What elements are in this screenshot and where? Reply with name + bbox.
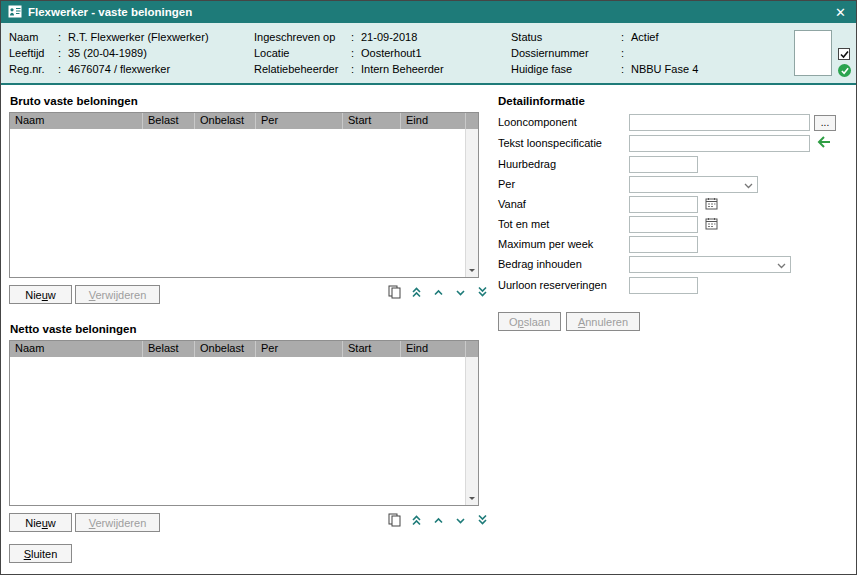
field-row-maximum-per-week: Maximum per week bbox=[498, 236, 850, 254]
move-bottom-button[interactable] bbox=[473, 285, 491, 301]
scroll-down-button[interactable] bbox=[466, 492, 478, 505]
double-chevron-up-icon bbox=[411, 514, 422, 529]
info-column-2: Ingeschreven op:21-09-2018 Locatie:Ooste… bbox=[254, 31, 444, 79]
bruto-table-scrollbar[interactable] bbox=[465, 129, 478, 277]
column-header-naam[interactable]: Naam bbox=[10, 341, 143, 357]
column-header-start[interactable]: Start bbox=[343, 341, 401, 357]
copy-button[interactable] bbox=[385, 513, 403, 529]
annuleren-button[interactable]: Annuleren bbox=[566, 312, 640, 331]
field-label: Uurloon reserveringen bbox=[498, 279, 607, 291]
uurloon-reserveringen-input[interactable] bbox=[629, 277, 698, 294]
netto-table-body[interactable] bbox=[10, 357, 465, 505]
vanaf-calendar-button[interactable] bbox=[703, 197, 720, 212]
bruto-verwijderen-button[interactable]: Verwijderen bbox=[75, 285, 160, 304]
move-up-button[interactable] bbox=[429, 285, 447, 301]
column-header-belast[interactable]: Belast bbox=[143, 341, 195, 357]
chevron-down-icon bbox=[455, 286, 466, 301]
bruto-nieuw-button[interactable]: Nieuw bbox=[9, 285, 72, 304]
field-row-tekst-loonspecificatie: Tekst loonspecificatie bbox=[498, 135, 850, 153]
column-header-per[interactable]: Per bbox=[256, 341, 343, 357]
looncomponent-lookup-button[interactable]: ... bbox=[814, 115, 836, 131]
info-label: Relatiebeheerder bbox=[254, 63, 351, 79]
field-label: Bedrag inhouden bbox=[498, 258, 582, 270]
tot-en-met-calendar-button[interactable] bbox=[703, 217, 720, 232]
bruto-table: Naam Belast Onbelast Per Start Eind bbox=[9, 112, 479, 278]
column-header-onbelast[interactable]: Onbelast bbox=[195, 341, 256, 357]
field-row-per: Per bbox=[498, 176, 850, 194]
netto-table-scrollbar[interactable] bbox=[465, 357, 478, 505]
netto-nieuw-button[interactable]: Nieuw bbox=[9, 513, 72, 532]
column-header-spacer bbox=[466, 113, 478, 129]
scroll-down-button[interactable] bbox=[466, 264, 478, 277]
field-row-vanaf: Vanaf bbox=[498, 196, 850, 214]
field-row-huurbedrag: Huurbedrag bbox=[498, 156, 850, 174]
move-bottom-button[interactable] bbox=[473, 513, 491, 529]
employee-info-panel: Naam:R.T. Flexwerker (Flexwerker) Leefti… bbox=[1, 23, 856, 85]
per-select[interactable] bbox=[629, 176, 758, 193]
info-label: Status bbox=[511, 31, 621, 47]
netto-section-title: Netto vaste beloningen bbox=[10, 323, 137, 335]
field-row-uurloon-reserveringen: Uurloon reserveringen bbox=[498, 277, 850, 295]
info-value: Intern Beheerder bbox=[361, 63, 444, 79]
tot-en-met-input[interactable] bbox=[629, 216, 698, 233]
field-row-looncomponent: Looncomponent ... bbox=[498, 114, 850, 132]
field-label: Per bbox=[498, 178, 515, 190]
double-chevron-down-icon bbox=[477, 514, 488, 529]
bedrag-inhouden-select[interactable] bbox=[629, 256, 791, 273]
sluiten-button[interactable]: Sluiten bbox=[9, 544, 72, 563]
bruto-table-header: Naam Belast Onbelast Per Start Eind bbox=[10, 113, 478, 129]
column-header-belast[interactable]: Belast bbox=[143, 113, 195, 129]
field-label: Tekst loonspecificatie bbox=[498, 137, 602, 149]
column-header-eind[interactable]: Eind bbox=[401, 341, 466, 357]
chevron-down-icon bbox=[744, 179, 753, 191]
chevron-down-icon bbox=[455, 514, 466, 529]
copy-button[interactable] bbox=[385, 285, 403, 301]
bruto-table-body[interactable] bbox=[10, 129, 465, 277]
tekst-loonspecificatie-input[interactable] bbox=[629, 135, 810, 152]
vanaf-input[interactable] bbox=[629, 196, 698, 213]
flexwerker-vaste-beloningen-dialog: Flexwerker - vaste beloningen ✕ Naam:R.T… bbox=[0, 0, 857, 575]
info-label: Dossiernummer bbox=[511, 47, 621, 63]
chevron-down-icon bbox=[777, 259, 786, 271]
header-checkbox[interactable] bbox=[838, 48, 850, 60]
info-label: Locatie bbox=[254, 47, 351, 63]
info-value: 4676074 / flexwerker bbox=[68, 63, 170, 79]
looncomponent-input[interactable] bbox=[629, 114, 810, 131]
move-top-button[interactable] bbox=[407, 513, 425, 529]
double-chevron-up-icon bbox=[411, 286, 422, 301]
move-top-button[interactable] bbox=[407, 285, 425, 301]
column-header-eind[interactable]: Eind bbox=[401, 113, 466, 129]
netto-table-header: Naam Belast Onbelast Per Start Eind bbox=[10, 341, 478, 357]
detail-panel: Detailinformatie Looncomponent ... Tekst… bbox=[498, 85, 850, 574]
netto-verwijderen-button[interactable]: Verwijderen bbox=[75, 513, 160, 532]
copy-icon bbox=[388, 285, 401, 302]
column-header-onbelast[interactable]: Onbelast bbox=[195, 113, 256, 129]
arrow-left-icon bbox=[817, 136, 831, 151]
detail-title: Detailinformatie bbox=[498, 95, 585, 107]
column-header-start[interactable]: Start bbox=[343, 113, 401, 129]
status-ok-icon bbox=[838, 64, 851, 77]
info-value: R.T. Flexwerker (Flexwerker) bbox=[68, 31, 209, 47]
opslaan-button[interactable]: Opslaan bbox=[498, 312, 561, 331]
info-column-1: Naam:R.T. Flexwerker (Flexwerker) Leefti… bbox=[9, 31, 209, 79]
calendar-icon bbox=[705, 217, 718, 233]
move-down-button[interactable] bbox=[451, 513, 469, 529]
photo-placeholder bbox=[794, 30, 832, 76]
move-up-button[interactable] bbox=[429, 513, 447, 529]
huurbedrag-input[interactable] bbox=[629, 156, 698, 173]
field-row-tot-en-met: Tot en met bbox=[498, 216, 850, 234]
column-header-naam[interactable]: Naam bbox=[10, 113, 143, 129]
maximum-per-week-input[interactable] bbox=[629, 236, 698, 253]
field-label: Maximum per week bbox=[498, 238, 593, 250]
column-header-per[interactable]: Per bbox=[256, 113, 343, 129]
bruto-table-tools bbox=[385, 285, 491, 301]
close-icon[interactable]: ✕ bbox=[832, 6, 849, 19]
field-label: Tot en met bbox=[498, 218, 549, 230]
chevron-up-icon bbox=[433, 286, 444, 301]
info-label: Leeftijd bbox=[9, 47, 58, 63]
info-label: Ingeschreven op bbox=[254, 31, 351, 47]
move-down-button[interactable] bbox=[451, 285, 469, 301]
app-icon bbox=[8, 5, 22, 20]
info-value: 35 (20-04-1989) bbox=[68, 47, 147, 63]
copy-name-button[interactable] bbox=[815, 136, 833, 151]
